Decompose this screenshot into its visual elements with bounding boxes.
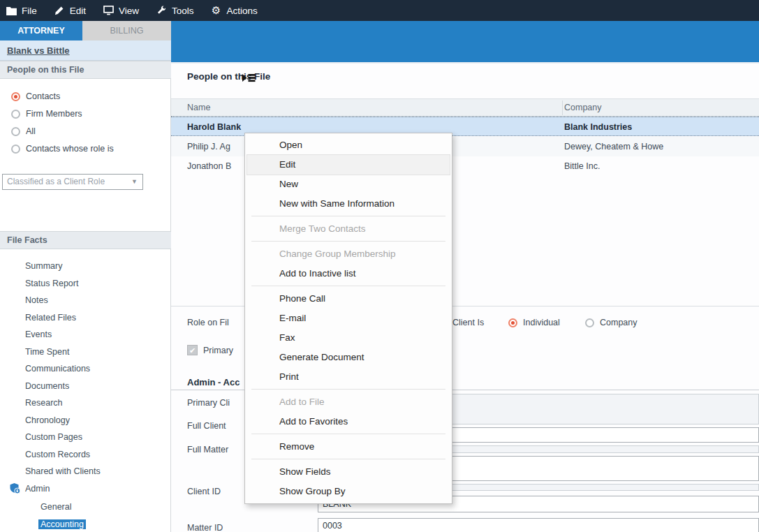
menu-tools[interactable]: Tools bbox=[156, 5, 194, 16]
menu-actions[interactable]: ⚙ Actions bbox=[211, 5, 258, 16]
filter-option-contacts[interactable]: Contacts bbox=[0, 89, 171, 104]
context-menu-item-add-to-favorites[interactable]: Add to Favorites bbox=[245, 412, 452, 431]
sidebar-item-events[interactable]: Events bbox=[0, 326, 171, 343]
filter-option-label: Firm Members bbox=[26, 109, 82, 119]
radio-selected-icon[interactable] bbox=[11, 92, 20, 101]
cell-name: Jonathon B bbox=[187, 156, 231, 176]
admin-section-header: Admin - Acc bbox=[187, 377, 240, 387]
sidebar-item-time-spent[interactable]: Time Spent bbox=[0, 343, 171, 360]
header-banner bbox=[171, 21, 759, 64]
context-menu-item-new-with-same-information[interactable]: New with Same Information bbox=[245, 194, 452, 214]
app-window: File Edit View Tools ⚙ Actions ATTORNEY … bbox=[0, 0, 759, 532]
menu-file-label: File bbox=[22, 6, 37, 16]
client-role-dropdown-value: Classified as a Client Role bbox=[7, 177, 105, 186]
gear-icon: ⚙ bbox=[211, 5, 222, 16]
menu-file[interactable]: File bbox=[6, 5, 37, 16]
context-menu-item-add-to-inactive-list[interactable]: Add to Inactive list bbox=[245, 264, 452, 283]
menu-view-label: View bbox=[119, 6, 139, 16]
context-menu-item-edit[interactable]: Edit bbox=[247, 155, 450, 175]
wrench-icon bbox=[156, 5, 167, 16]
shield-lock-icon bbox=[9, 482, 21, 494]
filter-option-label: All bbox=[26, 126, 36, 136]
individual-radio[interactable] bbox=[508, 318, 517, 327]
sidebar-item-chronology[interactable]: Chronology bbox=[0, 412, 171, 429]
radio-icon[interactable] bbox=[11, 145, 20, 154]
chevron-down-icon: ▼ bbox=[131, 175, 138, 189]
context-menu-item-print[interactable]: Print bbox=[245, 367, 452, 387]
sidebar-item-admin[interactable]: Admin bbox=[0, 480, 171, 497]
company-radio[interactable] bbox=[585, 318, 594, 327]
individual-label: Individual bbox=[523, 318, 560, 327]
page-title: People on this File bbox=[187, 71, 270, 82]
menu-tools-label: Tools bbox=[172, 6, 194, 16]
cell-company: Blank Industries bbox=[564, 117, 632, 137]
context-menu-separator bbox=[251, 241, 445, 242]
context-menu-separator bbox=[251, 286, 445, 286]
cell-name: Philip J. Ag bbox=[187, 137, 230, 156]
sidebar-item-accounting-label: Accounting bbox=[38, 519, 86, 529]
context-menu-separator bbox=[251, 216, 445, 216]
context-menu-item-phone-call[interactable]: Phone Call bbox=[245, 289, 452, 309]
file-link[interactable]: Blank vs Bittle bbox=[7, 45, 70, 56]
menu-actions-label: Actions bbox=[227, 6, 258, 16]
filter-option-firm-members[interactable]: Firm Members bbox=[0, 106, 171, 121]
sidebar-item-documents[interactable]: Documents bbox=[0, 378, 171, 394]
cell-company: Dewey, Cheatem & Howe bbox=[564, 137, 663, 156]
sidebar-item-summary[interactable]: Summary bbox=[0, 258, 171, 274]
company-label: Company bbox=[600, 318, 638, 327]
tab-billing[interactable]: BILLING bbox=[82, 21, 171, 40]
context-menu-item-fax[interactable]: Fax bbox=[245, 328, 452, 348]
matter-id-input[interactable] bbox=[318, 518, 759, 532]
full-matter-label: Full Matter bbox=[187, 445, 228, 455]
context-menu-item-add-to-file: Add to File bbox=[245, 392, 452, 412]
cell-name: Harold Blank bbox=[187, 117, 241, 137]
context-menu: Open Edit New New with Same Information … bbox=[244, 133, 452, 504]
context-menu-item-show-group-by[interactable]: Show Group By bbox=[245, 482, 452, 501]
panel-list-icon[interactable] bbox=[242, 73, 256, 83]
context-menu-item-remove[interactable]: Remove bbox=[245, 437, 452, 457]
sidebar-item-research[interactable]: Research bbox=[0, 394, 171, 411]
context-menu-separator bbox=[251, 459, 445, 459]
context-menu-separator bbox=[251, 389, 445, 390]
file-facts-header: File Facts bbox=[0, 231, 171, 249]
monitor-icon bbox=[103, 5, 114, 16]
radio-icon[interactable] bbox=[11, 110, 20, 119]
filter-option-role[interactable]: Contacts whose role is bbox=[0, 141, 171, 156]
client-role-dropdown[interactable]: Classified as a Client Role ▼ bbox=[2, 174, 143, 190]
matter-id-label: Matter ID bbox=[187, 523, 223, 532]
context-menu-item-new[interactable]: New bbox=[245, 175, 452, 194]
column-divider[interactable] bbox=[562, 101, 563, 115]
context-menu-item-email[interactable]: E-mail bbox=[245, 309, 452, 328]
radio-icon[interactable] bbox=[11, 127, 20, 136]
sidebar-item-shared-with-clients[interactable]: Shared with Clients bbox=[0, 463, 171, 480]
menu-edit[interactable]: Edit bbox=[54, 5, 86, 16]
sidebar-item-custom-pages[interactable]: Custom Pages bbox=[0, 429, 171, 445]
folder-icon bbox=[6, 5, 17, 16]
context-menu-item-generate-document[interactable]: Generate Document bbox=[245, 348, 452, 367]
column-header-company[interactable]: Company bbox=[564, 99, 602, 117]
people-section-header: People on this File bbox=[0, 61, 171, 79]
sidebar-item-notes[interactable]: Notes bbox=[0, 292, 171, 309]
role-on-file-label: Role on Fil bbox=[187, 318, 229, 327]
sidebar-item-custom-records[interactable]: Custom Records bbox=[0, 446, 171, 463]
sidebar-item-related-files[interactable]: Related Files bbox=[0, 309, 171, 326]
client-is-label: Client Is bbox=[452, 318, 484, 327]
file-link-row: Blank vs Bittle bbox=[0, 40, 171, 61]
sidebar-item-status-report[interactable]: Status Report bbox=[0, 275, 171, 292]
context-menu-item-show-fields[interactable]: Show Fields bbox=[245, 462, 452, 482]
primary-checkbox-label: Primary bbox=[203, 346, 233, 355]
sidebar-item-accounting[interactable]: Accounting bbox=[0, 516, 171, 532]
context-menu-item-open[interactable]: Open bbox=[245, 135, 452, 155]
filter-option-label: Contacts whose role is bbox=[26, 144, 114, 154]
sidebar-item-communications[interactable]: Communications bbox=[0, 360, 171, 377]
filter-option-all[interactable]: All bbox=[0, 124, 171, 139]
tab-attorney[interactable]: ATTORNEY bbox=[0, 21, 82, 40]
client-id-label: Client ID bbox=[187, 487, 221, 496]
table-header: Name Company bbox=[171, 98, 759, 117]
menu-edit-label: Edit bbox=[70, 6, 86, 16]
column-header-name[interactable]: Name bbox=[187, 99, 210, 117]
sidebar-item-general[interactable]: General bbox=[0, 498, 171, 515]
primary-checkbox[interactable]: ✔ bbox=[187, 345, 198, 355]
menu-view[interactable]: View bbox=[103, 5, 139, 16]
filter-option-label: Contacts bbox=[26, 91, 60, 101]
